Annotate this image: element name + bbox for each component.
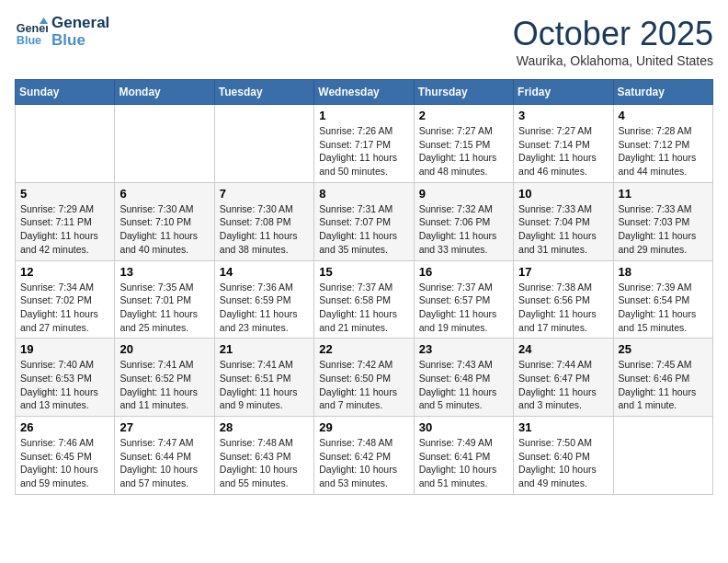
day-info: Sunrise: 7:47 AMSunset: 6:44 PMDaylight:… [119, 436, 209, 490]
day-info: Sunrise: 7:28 AMSunset: 7:12 PMDaylight:… [619, 124, 708, 178]
calendar-cell: 1Sunrise: 7:26 AMSunset: 7:17 PMDaylight… [314, 105, 414, 183]
day-number: 29 [319, 420, 408, 434]
day-info: Sunrise: 7:44 AMSunset: 6:47 PMDaylight:… [518, 358, 608, 412]
day-number: 8 [319, 187, 408, 201]
weekday-header: Saturday [613, 80, 712, 105]
weekday-header: Thursday [414, 80, 513, 105]
calendar-cell: 17Sunrise: 7:38 AMSunset: 6:56 PMDayligh… [514, 260, 613, 339]
calendar-cell [214, 105, 313, 183]
day-number: 13 [119, 265, 209, 279]
day-info: Sunrise: 7:46 AMSunset: 6:45 PMDaylight:… [20, 436, 109, 490]
day-number: 30 [419, 420, 508, 434]
calendar-cell: 10Sunrise: 7:33 AMSunset: 7:04 PMDayligh… [514, 182, 613, 260]
day-number: 12 [20, 265, 109, 279]
day-info: Sunrise: 7:37 AMSunset: 6:57 PMDaylight:… [419, 281, 508, 335]
month-title: October 2025 [513, 15, 713, 53]
calendar-cell: 18Sunrise: 7:39 AMSunset: 6:54 PMDayligh… [613, 260, 712, 339]
calendar-cell: 9Sunrise: 7:32 AMSunset: 7:06 PMDaylight… [414, 182, 513, 260]
calendar-cell: 22Sunrise: 7:42 AMSunset: 6:50 PMDayligh… [314, 339, 414, 417]
day-info: Sunrise: 7:38 AMSunset: 6:56 PMDaylight:… [518, 281, 608, 335]
calendar-week-row: 19Sunrise: 7:40 AMSunset: 6:53 PMDayligh… [16, 339, 713, 417]
calendar-cell: 4Sunrise: 7:28 AMSunset: 7:12 PMDaylight… [613, 105, 712, 183]
day-number: 20 [119, 342, 209, 356]
day-info: Sunrise: 7:26 AMSunset: 7:17 PMDaylight:… [319, 124, 408, 178]
calendar-cell: 11Sunrise: 7:33 AMSunset: 7:03 PMDayligh… [613, 182, 712, 260]
svg-text:Blue: Blue [17, 33, 41, 46]
calendar-cell: 31Sunrise: 7:50 AMSunset: 6:40 PMDayligh… [514, 417, 613, 495]
day-number: 3 [518, 109, 608, 122]
calendar-cell: 12Sunrise: 7:34 AMSunset: 7:02 PMDayligh… [16, 260, 115, 339]
logo-text-line2: Blue [51, 32, 109, 50]
day-info: Sunrise: 7:37 AMSunset: 6:58 PMDaylight:… [319, 281, 408, 335]
day-number: 10 [518, 187, 608, 201]
day-number: 23 [419, 342, 508, 356]
day-number: 16 [419, 265, 508, 279]
day-info: Sunrise: 7:33 AMSunset: 7:04 PMDaylight:… [518, 202, 608, 257]
day-info: Sunrise: 7:32 AMSunset: 7:06 PMDaylight:… [419, 202, 508, 257]
day-number: 2 [419, 109, 508, 122]
day-info: Sunrise: 7:30 AMSunset: 7:10 PMDaylight:… [119, 202, 209, 257]
title-block: October 2025 Waurika, Oklahoma, United S… [513, 15, 713, 68]
day-info: Sunrise: 7:33 AMSunset: 7:03 PMDaylight:… [619, 202, 708, 257]
calendar-cell: 3Sunrise: 7:27 AMSunset: 7:14 PMDaylight… [514, 105, 613, 183]
calendar-cell: 5Sunrise: 7:29 AMSunset: 7:11 PMDaylight… [16, 182, 115, 260]
day-number: 4 [619, 109, 708, 122]
day-info: Sunrise: 7:48 AMSunset: 6:42 PMDaylight:… [319, 436, 408, 490]
calendar-cell [613, 417, 712, 495]
calendar-week-row: 12Sunrise: 7:34 AMSunset: 7:02 PMDayligh… [16, 260, 713, 339]
page-header: General Blue General Blue October 2025 W… [15, 15, 713, 68]
weekday-header: Wednesday [314, 80, 414, 105]
calendar-cell: 8Sunrise: 7:31 AMSunset: 7:07 PMDaylight… [314, 182, 414, 260]
calendar-cell: 28Sunrise: 7:48 AMSunset: 6:43 PMDayligh… [214, 417, 313, 495]
day-number: 22 [319, 342, 408, 356]
calendar-cell: 27Sunrise: 7:47 AMSunset: 6:44 PMDayligh… [115, 417, 214, 495]
day-info: Sunrise: 7:43 AMSunset: 6:48 PMDaylight:… [419, 358, 508, 412]
calendar-cell: 20Sunrise: 7:41 AMSunset: 6:52 PMDayligh… [115, 339, 214, 417]
logo: General Blue General Blue [15, 15, 109, 49]
day-number: 31 [518, 420, 608, 434]
calendar-week-row: 26Sunrise: 7:46 AMSunset: 6:45 PMDayligh… [16, 417, 713, 495]
calendar-cell: 7Sunrise: 7:30 AMSunset: 7:08 PMDaylight… [214, 182, 313, 260]
day-number: 26 [20, 420, 109, 434]
day-number: 27 [119, 420, 209, 434]
weekday-header: Monday [115, 80, 214, 105]
calendar-table: SundayMondayTuesdayWednesdayThursdayFrid… [15, 79, 713, 495]
weekday-header: Friday [514, 80, 613, 105]
calendar-cell: 30Sunrise: 7:49 AMSunset: 6:41 PMDayligh… [414, 417, 513, 495]
calendar-cell: 6Sunrise: 7:30 AMSunset: 7:10 PMDaylight… [115, 182, 214, 260]
calendar-cell: 15Sunrise: 7:37 AMSunset: 6:58 PMDayligh… [314, 260, 414, 339]
calendar-cell [115, 105, 214, 183]
calendar-cell: 21Sunrise: 7:41 AMSunset: 6:51 PMDayligh… [214, 339, 313, 417]
day-info: Sunrise: 7:39 AMSunset: 6:54 PMDaylight:… [619, 281, 708, 335]
calendar-cell [16, 105, 115, 183]
calendar-cell: 16Sunrise: 7:37 AMSunset: 6:57 PMDayligh… [414, 260, 513, 339]
logo-icon: General Blue [15, 16, 48, 49]
day-number: 21 [220, 342, 309, 356]
location-subtitle: Waurika, Oklahoma, United States [513, 53, 713, 68]
calendar-cell: 19Sunrise: 7:40 AMSunset: 6:53 PMDayligh… [16, 339, 115, 417]
weekday-header: Tuesday [214, 80, 313, 105]
calendar-cell: 24Sunrise: 7:44 AMSunset: 6:47 PMDayligh… [514, 339, 613, 417]
logo-text-line1: General [51, 15, 109, 32]
svg-marker-2 [40, 17, 48, 23]
day-number: 25 [619, 342, 708, 356]
day-number: 17 [518, 265, 608, 279]
day-number: 19 [20, 342, 109, 356]
calendar-cell: 23Sunrise: 7:43 AMSunset: 6:48 PMDayligh… [414, 339, 513, 417]
day-info: Sunrise: 7:50 AMSunset: 6:40 PMDaylight:… [518, 436, 608, 490]
day-info: Sunrise: 7:34 AMSunset: 7:02 PMDaylight:… [20, 281, 109, 335]
day-info: Sunrise: 7:45 AMSunset: 6:46 PMDaylight:… [619, 358, 708, 412]
day-info: Sunrise: 7:31 AMSunset: 7:07 PMDaylight:… [319, 202, 408, 257]
calendar-cell: 14Sunrise: 7:36 AMSunset: 6:59 PMDayligh… [214, 260, 313, 339]
day-info: Sunrise: 7:35 AMSunset: 7:01 PMDaylight:… [119, 281, 209, 335]
day-info: Sunrise: 7:30 AMSunset: 7:08 PMDaylight:… [220, 202, 309, 257]
calendar-cell: 2Sunrise: 7:27 AMSunset: 7:15 PMDaylight… [414, 105, 513, 183]
day-number: 1 [319, 109, 408, 122]
day-info: Sunrise: 7:41 AMSunset: 6:51 PMDaylight:… [220, 358, 309, 412]
calendar-week-row: 5Sunrise: 7:29 AMSunset: 7:11 PMDaylight… [16, 182, 713, 260]
day-info: Sunrise: 7:49 AMSunset: 6:41 PMDaylight:… [419, 436, 508, 490]
day-number: 14 [220, 265, 309, 279]
calendar-cell: 13Sunrise: 7:35 AMSunset: 7:01 PMDayligh… [115, 260, 214, 339]
day-number: 15 [319, 265, 408, 279]
day-info: Sunrise: 7:36 AMSunset: 6:59 PMDaylight:… [220, 281, 309, 335]
